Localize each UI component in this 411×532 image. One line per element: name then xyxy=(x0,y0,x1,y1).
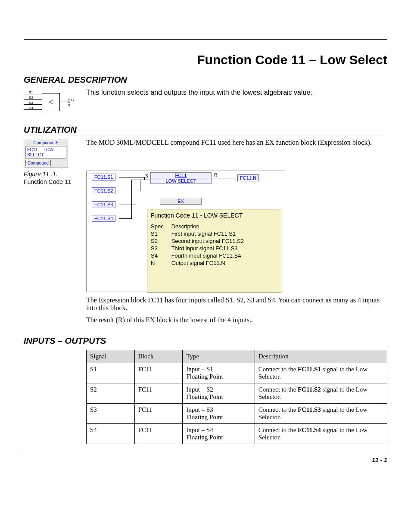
io-block-2: FC11 xyxy=(134,404,183,424)
table-row: S2 FC11 Input – S2 Floating Point Connec… xyxy=(87,383,387,404)
diagram-block-bottom: LOW SELECT xyxy=(151,178,211,184)
io-desc-2: Connect to the FC11.S3 signal to the Low… xyxy=(255,404,387,424)
diagram-r-label: R xyxy=(214,173,217,177)
io-header-signal: Signal xyxy=(87,350,135,363)
compound-title: Compound-5 xyxy=(25,140,66,145)
table-row: S1 FC11 Input – S1 Floating Point Connec… xyxy=(87,363,387,383)
io-block-1: FC11 xyxy=(134,383,183,404)
io-signal-2: S3 xyxy=(87,404,135,424)
utilization-after-1: The Expression block FC11 has four input… xyxy=(86,296,387,312)
io-block-0: FC11 xyxy=(134,363,183,383)
io-header-block: Block xyxy=(134,350,183,363)
bottom-rule xyxy=(24,453,387,453)
diagram-input-s3: FC11.S3 xyxy=(92,201,115,208)
diagram-input-s2: FC11.S2 xyxy=(92,187,115,194)
compound-line2: LOW xyxy=(44,147,53,152)
panel-spec-2: S3 xyxy=(151,245,171,252)
figure-caption-sub: Function Code 11 xyxy=(24,178,82,185)
page-number: 11 - 1 xyxy=(24,457,387,464)
io-block-3: FC11 xyxy=(134,424,183,444)
panel-spec-4: N xyxy=(151,260,171,267)
general-description-text: This function selects and outputs the in… xyxy=(86,89,387,96)
utilization-after-2: The result (R) of this EX block is the l… xyxy=(86,316,387,324)
section-general-heading: GENERAL DESCRIPTION xyxy=(24,75,387,86)
diagram-input-s1: FC11.S1 xyxy=(92,174,115,180)
panel-desc-4: Output signal FC11.N xyxy=(171,260,252,267)
io-signal-1: S2 xyxy=(87,383,135,404)
io-table: Signal Block Type Description S1 FC11 In… xyxy=(86,350,387,444)
io-header-desc: Description xyxy=(255,350,387,363)
utilization-text: The MOD 30ML/MODCELL compound FC11 used … xyxy=(86,139,387,146)
io-signal-0: S1 xyxy=(87,363,135,383)
gd-out-n: N xyxy=(68,103,70,107)
io-type-2: Input – S3 Floating Point xyxy=(183,404,255,424)
diagram-ex-label: EX xyxy=(160,198,202,205)
panel-head-spec: Spec xyxy=(151,223,171,230)
compound-line1: FC11 xyxy=(27,147,37,152)
table-row: S4 FC11 Input – S4 Floating Point Connec… xyxy=(87,424,387,444)
general-block-icon: S1 S2 S3 S4 < (11) N xyxy=(24,90,71,117)
panel-head-desc: Description xyxy=(171,223,252,230)
io-header-type: Type xyxy=(183,350,255,363)
panel-desc-1: Second input signal FC11.S2 xyxy=(171,238,252,245)
panel-desc-2: Third input signal FC11.S3 xyxy=(171,245,252,252)
diagram-fc11-block: FC11 LOW SELECT xyxy=(150,172,212,184)
diagram-spec-panel: Function Code 11 - LOW SELECT Spec Descr… xyxy=(147,209,281,292)
diagram-s-label: S xyxy=(145,174,148,178)
diagram-panel-title: Function Code 11 - LOW SELECT xyxy=(151,212,277,219)
panel-spec-0: S1 xyxy=(151,230,171,238)
io-desc-3: Connect to the FC11.S4 signal to the Low… xyxy=(255,424,387,444)
function-diagram: FC11.S1 FC11.S2 FC11.S3 FC11.S4 S FC11 L… xyxy=(86,171,285,292)
io-desc-0: Connect to the FC11.S1 signal to the Low… xyxy=(255,363,387,383)
less-than-icon: < xyxy=(42,93,60,111)
io-type-0: Input – S1 Floating Point xyxy=(183,363,255,383)
section-utilization-heading: UTILIZATION xyxy=(24,125,387,136)
compound-box: Compound-5 FC11 LOW SELECT Compound xyxy=(24,139,68,168)
table-row: S3 FC11 Input – S3 Floating Point Connec… xyxy=(87,404,387,424)
panel-spec-3: S4 xyxy=(151,252,171,260)
panel-desc-3: Fourth input signal FC11.S4 xyxy=(171,252,252,260)
diagram-output-n: FC11.N xyxy=(237,174,259,181)
section-io-heading: INPUTS – OUTPUTS xyxy=(24,336,387,347)
figure-caption-title: Figure 11 .1. xyxy=(24,171,82,177)
io-type-1: Input – S2 Floating Point xyxy=(183,383,255,404)
io-signal-3: S4 xyxy=(87,424,135,444)
gd-out-code: (11) xyxy=(68,98,74,102)
top-rule xyxy=(24,39,387,40)
compound-line3: SELECT xyxy=(27,152,44,157)
io-type-3: Input – S4 Floating Point xyxy=(183,424,255,444)
panel-spec-1: S2 xyxy=(151,238,171,245)
io-desc-1: Connect to the FC11.S2 signal to the Low… xyxy=(255,383,387,404)
page-title: Function Code 11 – Low Select xyxy=(24,53,387,67)
compound-button[interactable]: Compound xyxy=(25,160,51,166)
panel-desc-0: First input signal FC11.S1 xyxy=(171,230,252,238)
diagram-block-top: FC11 xyxy=(151,173,211,178)
diagram-input-s4: FC11.S4 xyxy=(92,215,115,222)
